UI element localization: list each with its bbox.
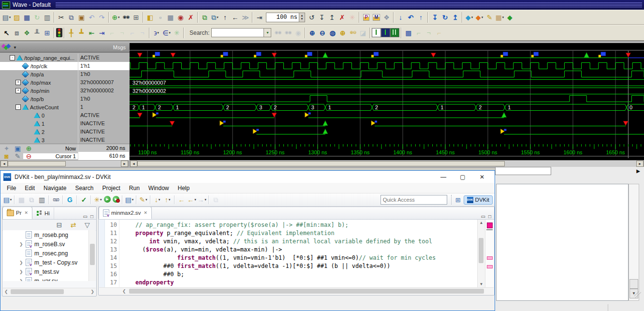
expand-all[interactable]: ⌐	[107, 28, 117, 38]
search-forward[interactable]: ◉◉	[273, 28, 283, 38]
overview-ruler[interactable]	[485, 220, 494, 287]
file-tree-item[interactable]: ❯ m_test.sv	[3, 267, 89, 276]
scroll-left-icon[interactable]: ❮	[122, 289, 126, 294]
check-file[interactable]: ✓	[79, 195, 89, 205]
expand-toggle-icon[interactable]: +	[15, 80, 21, 85]
code-line[interactable]: ($rose(a), vmin=min, vdelta=max-min) |->	[121, 246, 477, 254]
code-line[interactable]: first_match((1, vmin=vmin-1'b1) [*0:$] #…	[121, 254, 477, 262]
file-tree-item[interactable]: ❯ m_roseB.sv	[3, 239, 89, 249]
zoom-cursor[interactable]: ⊕	[337, 28, 348, 38]
code-line[interactable]: property p_range_equivalent; // Equivale…	[121, 229, 477, 237]
cursor-pair[interactable]: ╨	[32, 28, 42, 38]
dvkit-perspective-button[interactable]: DVK DVKit	[464, 195, 493, 205]
signal-row[interactable]: + /top/max 32'h00000007	[0, 78, 130, 87]
edit-cursor-icon[interactable]: ✎	[13, 151, 23, 161]
expand-fall[interactable]: ¬	[424, 28, 434, 38]
combo-dropdown-icon[interactable]: ▼	[263, 29, 271, 37]
minimize-view-icon[interactable]: ▭	[481, 214, 485, 219]
explorer-hscrollbar[interactable]: ❮ ❯	[3, 288, 96, 296]
file-tree-item[interactable]: ❯ m_test - Copy.sv	[3, 258, 89, 267]
code-line[interactable]: int vmin, vmax, vdelta; // this is an in…	[121, 237, 477, 246]
back-history[interactable]: ←▾	[187, 195, 197, 205]
zoom-in[interactable]: ⊕	[307, 28, 317, 38]
delete-cursor[interactable]: ┻	[76, 28, 87, 38]
scrollbar-thumb[interactable]	[129, 289, 484, 294]
timeline-ruler[interactable]: 1100 ns1150 ns1200 ns1250 ns1300 ns1350 …	[130, 144, 644, 156]
msgs-column-header[interactable]: Msgs	[113, 44, 126, 50]
scroll-right-icon[interactable]: ►	[636, 161, 644, 167]
background-vscrollbar[interactable]: ▼	[629, 184, 639, 301]
collapse-group[interactable]: ¬	[137, 28, 147, 38]
continue-run[interactable]: ↥	[327, 12, 337, 22]
open-element[interactable]: ▤▾	[124, 195, 134, 205]
minimize-view-icon[interactable]: ▭	[83, 214, 88, 219]
signal-row[interactable]: /top/b 1'h0	[0, 95, 130, 103]
signal-row[interactable]: 2 INACTIVE	[0, 128, 130, 136]
menu-item[interactable]: Navigate	[39, 184, 71, 193]
binary-tools[interactable]: 010	[51, 195, 61, 205]
forward-history[interactable]: →▾	[197, 195, 207, 205]
view-event[interactable]	[372, 28, 381, 37]
signal-row[interactable]: 3 INACTIVE	[0, 136, 130, 144]
expand-rise[interactable]: ⌐	[413, 28, 424, 38]
stop[interactable]: ✗	[337, 12, 347, 22]
find-previous-rise[interactable]: ↑	[416, 12, 426, 22]
chevron-right-icon[interactable]: ❯	[19, 260, 26, 265]
link-with-editor[interactable]: ⇄	[68, 220, 78, 230]
names-hscrollbar[interactable]: ◄ ►	[0, 160, 129, 167]
maximize-view-icon[interactable]: □	[488, 214, 491, 219]
scrollbar-thumb[interactable]	[8, 161, 66, 166]
move-back[interactable]: ←	[230, 12, 240, 22]
mark-occurrences[interactable]: ✎▾	[138, 195, 148, 205]
scroll-up-icon[interactable]: ▲	[478, 221, 485, 225]
run[interactable]: ▾	[103, 195, 112, 204]
expand-toggle-icon[interactable]: -	[10, 55, 15, 60]
previous-annotation[interactable]: ↓▾	[152, 195, 162, 205]
annotation-marker[interactable]	[487, 256, 493, 260]
scrollbar-thumb[interactable]	[479, 238, 483, 263]
view-menu[interactable]: ▽	[82, 220, 92, 230]
paste[interactable]: ▣	[76, 12, 87, 22]
signal-row[interactable]: /top/a 1'h0	[0, 70, 130, 78]
menu-item[interactable]: Edit	[20, 184, 39, 193]
view-reader[interactable]	[390, 28, 399, 37]
expand-group[interactable]: ⌐	[127, 28, 137, 38]
code-area[interactable]: // ap_range_fix: assert property($rose(a…	[119, 220, 477, 287]
profile-memory[interactable]: M	[371, 12, 381, 22]
print[interactable]: ▥	[37, 195, 47, 205]
move-mode[interactable]: ❖	[22, 28, 32, 38]
editor-hscrollbar[interactable]: ❮	[99, 287, 494, 295]
stop-light[interactable]	[56, 28, 62, 37]
redo[interactable]: ↷	[97, 12, 107, 22]
print[interactable]: ▥	[42, 12, 52, 22]
signal-row[interactable]: - ActiveCount 1	[0, 103, 130, 111]
scroll-left-icon[interactable]: ❮	[4, 289, 8, 294]
dvkit-titlebar[interactable]: DVK DVKit - ben_play/minmax2.sv - DVKit …	[0, 171, 495, 183]
find[interactable]: ◉◉	[121, 12, 131, 22]
expand-time[interactable]: ∈▾	[161, 28, 172, 38]
select-time[interactable]: ▫	[155, 12, 165, 22]
cut[interactable]: ✂	[56, 12, 66, 22]
scroll-right-icon[interactable]: ►	[121, 161, 128, 167]
scrollbar-thumb[interactable]	[90, 244, 95, 265]
undo[interactable]: ↶	[87, 12, 97, 22]
chevron-right-icon[interactable]: ❯	[19, 279, 26, 281]
explorer-vscrollbar[interactable]	[88, 230, 96, 281]
waveform-canvas[interactable]: 32'h0000000732'h000000022121232312121011…	[130, 43, 644, 160]
chevron-right-icon[interactable]: ❯	[19, 269, 26, 274]
minimize-button[interactable]: —	[434, 171, 453, 183]
next-transition[interactable]: ↻	[440, 12, 450, 22]
file-tree-item[interactable]: ❯ m_var.sv	[3, 276, 89, 281]
contract-time[interactable]: ϶▾	[151, 28, 161, 38]
run[interactable]: ↧	[317, 12, 327, 22]
wave-search-input[interactable]	[212, 29, 263, 37]
annotation-marker[interactable]	[487, 265, 493, 268]
signal-row[interactable]: 0 ACTIVE	[0, 111, 130, 119]
profile-performance[interactable]: P	[361, 12, 371, 22]
code-line[interactable]: ##0 first_match((1, vdelta=vdelta -1)[*0…	[121, 262, 477, 270]
file-tree-item[interactable]: ❯ m_roseb.png	[3, 230, 89, 239]
add-marker[interactable]: ◆▾	[474, 12, 484, 22]
add-selected[interactable]: ⊕▾	[111, 12, 121, 22]
chevron-down-icon[interactable]: ▼	[13, 45, 17, 50]
signal-row[interactable]: /top/clk 1'h1	[0, 62, 130, 70]
